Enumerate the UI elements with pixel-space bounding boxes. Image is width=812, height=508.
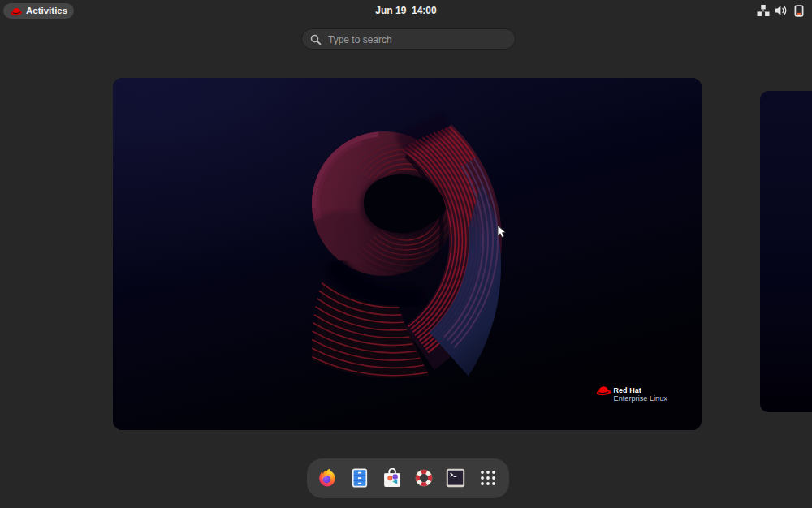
svg-text:Enterprise Linux: Enterprise Linux — [614, 394, 668, 403]
svg-text:Red Hat: Red Hat — [614, 386, 641, 394]
